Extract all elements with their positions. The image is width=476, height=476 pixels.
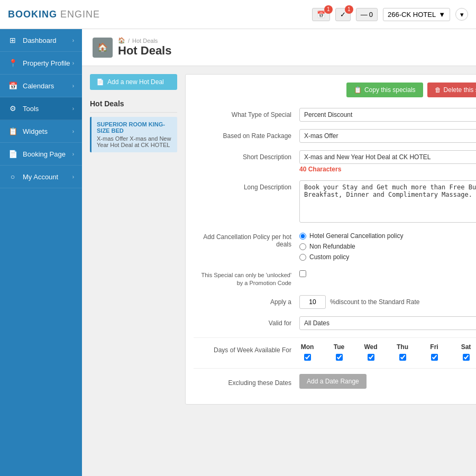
- apply-row: Apply a %discount to the Standard Rate: [194, 295, 476, 309]
- cancellation-row: Add Cancellation Policy per hot deals Ho…: [194, 230, 476, 261]
- apply-suffix: %discount to the Standard Rate: [330, 298, 419, 306]
- right-panel: 📋 Copy this specials 🗑 Delete this speci…: [185, 74, 476, 405]
- days-table: Mon Tue Wed Thu Fri Sat Sun: [299, 343, 476, 361]
- left-panel: 📄 Add a new Hot Deal Hot Deals SUPERIOR …: [90, 74, 177, 405]
- rate-package-select[interactable]: X-mas Offer: [299, 129, 476, 143]
- promo-checkbox-container: [299, 268, 306, 279]
- radio-hotel-general-label: Hotel General Cancellation policy: [309, 232, 403, 240]
- sidebar-item-booking-page[interactable]: 📄 Booking Page ›: [0, 143, 82, 166]
- radio-non-refundable[interactable]: [299, 243, 306, 250]
- copy-btn-label: Copy this specials: [364, 86, 416, 94]
- short-description-input[interactable]: [299, 150, 476, 164]
- days-label: Days of Week Available For: [194, 343, 299, 354]
- sidebar-label-calendars: Calendars: [23, 82, 54, 90]
- action-bar: 📋 Copy this specials 🗑 Delete this speci…: [194, 83, 476, 97]
- checkbox-thu[interactable]: [399, 354, 406, 361]
- breadcrumb-home: 🏠: [118, 37, 125, 44]
- long-description-row: Long Description Book your Stay and Get …: [194, 180, 476, 223]
- chevron-right-icon: ›: [72, 38, 74, 43]
- dashboard-icon: ⊞: [8, 35, 17, 45]
- promo-code-row: This Special can only be 'unlocked' by a…: [194, 268, 476, 288]
- short-description-container: 40 Characters: [299, 150, 476, 173]
- excluding-label: Excluding these Dates: [194, 376, 299, 387]
- checkbox-fri[interactable]: [431, 354, 438, 361]
- calendar-badge: 1: [324, 5, 333, 14]
- copy-specials-button[interactable]: 📋 Copy this specials: [346, 83, 423, 97]
- cancellation-custom-policy[interactable]: Custom policy: [299, 253, 403, 261]
- day-wed-label: Wed: [363, 343, 379, 351]
- long-description-textarea[interactable]: Book your Stay and Get much more than Fr…: [299, 180, 476, 223]
- delete-specials-button[interactable]: 🗑 Delete this specials: [427, 83, 476, 97]
- day-wed-check: [363, 354, 379, 361]
- sidebar-label-booking: Booking Page: [23, 150, 66, 158]
- user-menu-btn[interactable]: ▾: [455, 8, 468, 21]
- day-mon-check: [299, 354, 315, 361]
- property-icon: 📍: [8, 58, 17, 68]
- page-title: Hot Deals: [118, 44, 171, 58]
- sidebar-label-property: Property Profile: [23, 59, 70, 67]
- day-thu-check: [395, 354, 410, 361]
- logo-booking: BOOKING: [8, 9, 57, 20]
- promo-code-label: This Special can only be 'unlocked' by a…: [194, 268, 299, 288]
- add-date-range-button[interactable]: Add a Date Range: [299, 374, 367, 389]
- sidebar-item-calendars[interactable]: 📅 Calendars ›: [0, 75, 82, 97]
- short-description-label: Short Description: [194, 150, 299, 161]
- rate-package-row: Based on Rate Package X-mas Offer: [194, 129, 476, 143]
- logo: BOOKING ENGINE: [8, 9, 100, 20]
- cancellation-non-refundable[interactable]: Non Refundable: [299, 243, 403, 250]
- type-of-special-select[interactable]: Percent Discount: [299, 108, 476, 122]
- calendar-notification-btn[interactable]: 📅 1: [312, 8, 330, 21]
- checkbox-sat[interactable]: [463, 354, 470, 361]
- radio-custom-policy[interactable]: [299, 254, 306, 261]
- calendar-icon: 📅: [8, 81, 17, 90]
- logo-engine: ENGINE: [60, 9, 100, 20]
- cancellation-hotel-general[interactable]: Hotel General Cancellation policy: [299, 232, 403, 240]
- radio-non-refundable-label: Non Refundable: [309, 243, 355, 250]
- top-icons: 📅 1 ✓ 1 — 0 266-CK HOTEL ▼ ▾: [312, 8, 468, 21]
- sidebar-item-my-account[interactable]: ○ My Account ›: [0, 166, 82, 188]
- chevron-right-icon: ›: [72, 60, 74, 66]
- apply-label: Apply a: [194, 295, 299, 306]
- message-notification-btn[interactable]: — 0: [356, 8, 378, 21]
- checkbox-wed[interactable]: [368, 354, 374, 361]
- sidebar: ⊞ Dashboard › 📍 Property Profile › 📅 Cal…: [0, 29, 82, 476]
- valid-for-select[interactable]: All Dates: [299, 316, 476, 330]
- alert-notification-btn[interactable]: ✓ 1: [335, 8, 351, 21]
- days-of-week-row: Days of Week Available For Mon Tue Wed T…: [194, 343, 476, 361]
- chevron-right-icon: ›: [72, 83, 74, 89]
- top-bar: BOOKING ENGINE 📅 1 ✓ 1 — 0 266-CK HOTEL …: [0, 0, 476, 29]
- sidebar-item-dashboard[interactable]: ⊞ Dashboard ›: [0, 29, 82, 52]
- home-icon: 🏠: [97, 42, 108, 52]
- checkbox-tue[interactable]: [336, 354, 343, 361]
- day-sat-label: Sat: [458, 343, 474, 351]
- long-description-label: Long Description: [194, 180, 299, 191]
- calendar-icon: 📅: [317, 11, 325, 19]
- sidebar-label-dashboard: Dashboard: [23, 36, 57, 44]
- breadcrumb-current: Hot Deals: [132, 38, 158, 44]
- sidebar-label-account: My Account: [23, 173, 58, 181]
- inner-content: 📄 Add a new Hot Deal Hot Deals SUPERIOR …: [82, 66, 476, 413]
- sidebar-item-property-profile[interactable]: 📍 Property Profile ›: [0, 52, 82, 75]
- checkbox-mon[interactable]: [304, 354, 311, 361]
- sidebar-item-widgets[interactable]: 📋 Widgets ›: [0, 120, 82, 143]
- chevron-right-icon: ›: [72, 174, 74, 180]
- day-sat-check: [458, 354, 474, 361]
- hotel-selector[interactable]: 266-CK HOTEL ▼: [383, 8, 450, 21]
- apply-input[interactable]: [299, 295, 326, 309]
- tools-icon: ⚙: [8, 104, 17, 113]
- message-count: 0: [369, 11, 373, 19]
- add-hot-deal-button[interactable]: 📄 Add a new Hot Deal: [90, 74, 177, 90]
- short-description-row: Short Description 40 Characters: [194, 150, 476, 173]
- deal-list-item[interactable]: SUPERIOR ROOM KING-SIZE BED X-mas Offer …: [90, 117, 177, 152]
- home-icon-box[interactable]: 🏠: [93, 38, 113, 58]
- content-area: 🏠 🏠 / Hot Deals Hot Deals 📄: [82, 29, 476, 476]
- radio-hotel-general[interactable]: [299, 233, 306, 240]
- sidebar-label-widgets: Widgets: [23, 127, 48, 135]
- page-title-area: 🏠 / Hot Deals Hot Deals: [118, 37, 171, 58]
- promo-code-checkbox[interactable]: [299, 270, 306, 277]
- excluding-dates-row: Excluding these Dates Add a Date Range: [194, 374, 476, 389]
- valid-for-row: Valid for All Dates: [194, 316, 476, 330]
- widgets-icon: 📋: [8, 126, 17, 136]
- sidebar-item-tools[interactable]: ⚙ Tools ›: [0, 97, 82, 120]
- left-panel-title: Hot Deals: [90, 95, 177, 113]
